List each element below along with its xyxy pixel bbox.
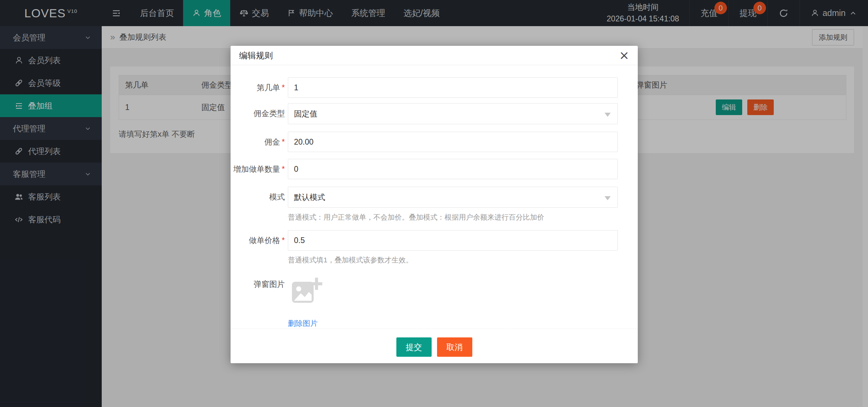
field-extra-order-count: 增加做单数量* bbox=[231, 159, 638, 179]
caret-down-icon bbox=[605, 196, 611, 203]
required-asterisk: * bbox=[282, 236, 285, 245]
required-asterisk: * bbox=[282, 83, 285, 92]
commission-input[interactable] bbox=[288, 132, 618, 152]
mode-select[interactable]: 默认模式 bbox=[288, 187, 618, 208]
cancel-button[interactable]: 取消 bbox=[437, 337, 472, 357]
delete-image-link[interactable]: 删除图片 bbox=[288, 318, 318, 329]
field-commission-type: 佣金类型 固定值 bbox=[231, 103, 638, 124]
order-price-hint: 普通模式填1，叠加模式该参数才生效。 bbox=[288, 255, 618, 265]
extra-order-count-input[interactable] bbox=[288, 159, 618, 179]
edit-rule-modal: 编辑规则 × 第几单* 佣金类型 固定值 佣金* 增加做单数量* 模式 bbox=[231, 46, 638, 363]
mode-hint: 普通模式：用户正常做单，不会加价。叠加模式：根据用户余额来进行百分比加价 bbox=[288, 212, 618, 222]
image-upload-placeholder[interactable] bbox=[291, 277, 322, 308]
order-price-input[interactable] bbox=[288, 230, 618, 251]
modal-header: 编辑规则 × bbox=[231, 46, 638, 65]
modal-footer: 提交 取消 bbox=[231, 329, 638, 365]
commission-type-select[interactable]: 固定值 bbox=[288, 103, 618, 124]
close-icon[interactable]: × bbox=[619, 50, 629, 61]
field-order-price: 做单价格* 普通模式填1，叠加模式该参数才生效。 bbox=[231, 230, 638, 265]
modal-body: 第几单* 佣金类型 固定值 佣金* 增加做单数量* 模式 默认模 bbox=[231, 65, 638, 329]
field-popup-image: 弹窗图片 删除图片 bbox=[231, 277, 638, 329]
order-no-input[interactable] bbox=[288, 77, 618, 98]
field-mode: 模式 默认模式 普通模式：用户正常做单，不会加价。叠加模式：根据用户余额来进行百… bbox=[231, 187, 638, 222]
required-asterisk: * bbox=[282, 137, 285, 146]
required-asterisk: * bbox=[282, 165, 285, 173]
modal-title: 编辑规则 bbox=[239, 50, 273, 61]
image-plus-icon bbox=[291, 277, 322, 308]
caret-down-icon bbox=[605, 113, 611, 120]
field-order-no: 第几单* bbox=[231, 77, 638, 98]
field-commission: 佣金* bbox=[231, 132, 638, 152]
submit-button[interactable]: 提交 bbox=[396, 337, 432, 357]
